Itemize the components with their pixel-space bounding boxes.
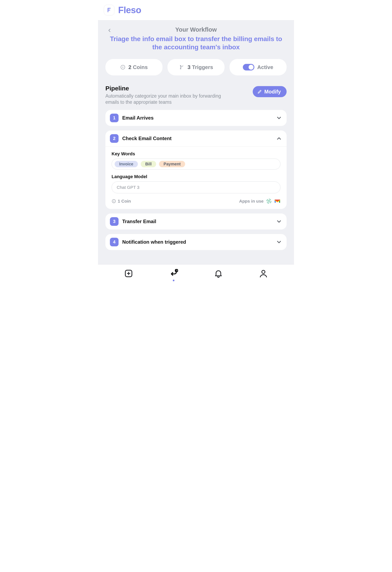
keywords-input[interactable]: Invoice Bill Payment <box>111 159 281 170</box>
plus-square-icon <box>124 269 134 278</box>
pipeline-title: Pipeline <box>105 85 248 92</box>
keyword-chip[interactable]: Payment <box>159 161 185 167</box>
language-model-input[interactable]: Chat GPT 3 <box>111 181 281 193</box>
step-title: Notification when triggered <box>122 239 272 245</box>
branch-icon <box>179 64 185 70</box>
keywords-label: Key Words <box>111 151 281 157</box>
keyword-chip[interactable]: Bill <box>141 161 156 167</box>
coins-stat: 2 Coins <box>105 59 162 75</box>
chevron-left-icon <box>107 27 112 34</box>
triggers-stat: 3 Triggers <box>167 59 225 75</box>
keyword-chip[interactable]: Invoice <box>115 161 138 167</box>
gmail-icon <box>274 199 281 204</box>
bottom-nav <box>98 264 294 286</box>
step-title: Check Email Content <box>122 136 272 141</box>
svg-point-9 <box>262 270 265 273</box>
svg-point-1 <box>180 65 181 66</box>
apps-in-use-label: Apps in use <box>239 199 264 204</box>
openai-icon <box>266 198 272 204</box>
pencil-icon <box>257 89 262 94</box>
language-model-label: Language Model <box>111 174 281 179</box>
pipeline-step-4-header[interactable]: 4 Notification when triggered <box>105 234 287 250</box>
bolt-icon <box>120 64 125 70</box>
pipeline-step-2: 2 Check Email Content Key Words Invoice … <box>105 130 287 209</box>
active-toggle[interactable] <box>243 64 254 70</box>
step-title: Email Arrives <box>122 115 272 121</box>
user-icon <box>259 269 268 278</box>
page-subtitle: Your Workflow <box>105 26 287 33</box>
nav-workflows-button[interactable] <box>167 268 180 281</box>
chevron-down-icon <box>276 218 282 224</box>
workflow-title: Triage the info email box to transfer th… <box>105 35 287 51</box>
main-content: Your Workflow Triage the info email box … <box>98 20 294 264</box>
bell-icon <box>214 269 223 278</box>
pipeline-description: Automatically categorize your main inbox… <box>105 93 233 105</box>
active-stat: Active <box>230 59 287 75</box>
pipeline-step-1-header[interactable]: 1 Email Arrives <box>105 110 287 126</box>
coins-label: Coins <box>133 64 148 70</box>
pipeline-step-2-header[interactable]: 2 Check Email Content <box>105 130 287 146</box>
step-cost-label: 1 Coin <box>118 199 131 204</box>
nav-add-button[interactable] <box>122 269 135 281</box>
chevron-down-icon <box>276 239 282 245</box>
back-button[interactable] <box>105 26 114 34</box>
pipeline-step-4: 4 Notification when triggered <box>105 234 287 250</box>
step-number: 4 <box>110 238 119 246</box>
pipeline-step-3-header[interactable]: 3 Transfer Email <box>105 213 287 229</box>
svg-point-4 <box>268 200 270 202</box>
svg-point-2 <box>180 68 181 69</box>
step-number: 1 <box>110 114 119 122</box>
app-bar: Fleso <box>98 0 294 20</box>
modify-button[interactable]: Modify <box>253 86 287 97</box>
step-title: Transfer Email <box>122 219 272 224</box>
bolt-icon <box>111 199 116 203</box>
step-number: 2 <box>110 134 119 143</box>
chevron-up-icon <box>276 135 282 142</box>
step-number: 3 <box>110 217 119 226</box>
triggers-value: 3 <box>188 64 190 70</box>
active-label: Active <box>257 64 273 70</box>
modify-button-label: Modify <box>264 89 281 95</box>
nav-profile-button[interactable] <box>257 269 270 281</box>
pipeline-step-1: 1 Email Arrives <box>105 110 287 126</box>
triggers-label: Triggers <box>192 64 213 70</box>
brand-name: Fleso <box>118 5 141 15</box>
pipeline-step-3: 3 Transfer Email <box>105 213 287 229</box>
app-logo-badge <box>104 5 114 16</box>
coins-value: 2 <box>128 64 131 70</box>
fleso-logo-icon <box>106 7 112 13</box>
chevron-down-icon <box>276 115 282 121</box>
workflow-arrow-icon <box>168 268 179 279</box>
nav-notifications-button[interactable] <box>212 269 225 281</box>
